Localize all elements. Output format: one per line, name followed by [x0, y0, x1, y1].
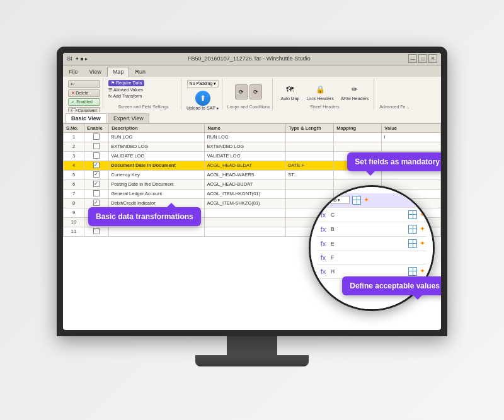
delete-button[interactable]: ✕ Delete	[68, 89, 100, 97]
circle-row-4: fx E ✦	[317, 237, 427, 251]
screen-field-group-label: Screen and Field Settings	[118, 105, 168, 109]
row-11-enable[interactable]	[84, 227, 108, 236]
write-icon: ✏	[348, 83, 361, 96]
row-4-type: DATE F	[286, 161, 334, 170]
star-icon-1[interactable]: ✦	[364, 196, 369, 204]
require-data-button[interactable]: ⚑ Require Data	[108, 80, 144, 86]
row-2-name: EXTENDED LOG	[205, 142, 286, 151]
row-8-enable[interactable]	[84, 198, 108, 208]
col-description: Description	[109, 123, 205, 132]
scene: St ✦ ■ ▸ FB50_20160107_112726.Tar - Wins…	[0, 0, 504, 420]
row-5-num: 5	[64, 170, 84, 179]
chevron-down-icon: ▾	[338, 198, 340, 203]
grid-icon-2[interactable]	[408, 210, 417, 219]
row-11-desc	[109, 227, 205, 236]
col-enable: Enable	[84, 123, 108, 132]
star-icon-6[interactable]: ✦	[420, 267, 425, 275]
row-3-type	[286, 151, 334, 161]
row-10-name	[205, 217, 286, 227]
tab-run[interactable]: Run	[129, 67, 151, 77]
minimize-button[interactable]: —	[408, 54, 417, 63]
col-mapping: Mapping	[334, 123, 382, 132]
row-1-type	[286, 132, 334, 142]
circle-row-2: fx C ✦	[317, 208, 427, 222]
add-transform-button[interactable]: fx Add Transform	[108, 94, 142, 98]
auto-map-button[interactable]: 🗺 Auto Map	[278, 81, 302, 103]
row-5-desc: Currency Key	[109, 170, 205, 179]
quick-access: ✦ ■ ▸	[75, 56, 88, 62]
monitor-screen-outer: St ✦ ■ ▸ FB50_20160107_112726.Tar - Wins…	[57, 47, 447, 336]
star-icon-4[interactable]: ✦	[420, 239, 425, 247]
ribbon-group-screen-field: ⚑ Require Data ☰ Allowed Values fx Add T…	[106, 79, 181, 110]
tab-view[interactable]: View	[84, 67, 107, 77]
row-2-enable[interactable]	[84, 142, 108, 151]
row-1-desc: RUN LOG	[109, 132, 205, 142]
circle-row-5: fx F	[317, 251, 427, 264]
row-7-name: ACGL_ITEM-HKONT(01)	[205, 189, 286, 198]
row-3-enable[interactable]	[84, 151, 108, 161]
row-2-value	[382, 142, 441, 151]
require-data-icon: ⚑	[111, 81, 115, 86]
tab-map[interactable]: Map	[107, 67, 130, 77]
fx-icon-6: fx	[318, 268, 328, 275]
monitor-screen: St ✦ ■ ▸ FB50_20160107_112726.Tar - Wins…	[63, 53, 441, 330]
row-9-num: 9	[64, 208, 84, 217]
row-7-num: 7	[64, 189, 84, 198]
row-1-num: 1	[64, 132, 84, 142]
tab-expert-view[interactable]: Expert View	[108, 113, 149, 123]
ribbon-group-loops: ⟳ ⟳ Loops and Conditions	[225, 79, 273, 110]
star-icon-3[interactable]: ✦	[420, 225, 425, 233]
grid-icon-6[interactable]	[408, 267, 417, 276]
maximize-button[interactable]: □	[418, 54, 427, 63]
col-type-length: Type & Length	[286, 123, 334, 132]
allowed-values-button[interactable]: ☰ Allowed Values	[108, 88, 143, 93]
monitor-stand-base	[195, 355, 309, 366]
no-padding-control[interactable]: No Padding ▾	[187, 80, 219, 88]
row-2-desc: EXTENDED LOG	[109, 142, 205, 151]
row-1-value: I	[382, 132, 441, 142]
fx-icon-2: fx	[318, 211, 328, 219]
sheet-headers-group-label: Sheet Headers	[310, 105, 340, 109]
grid-icon-4[interactable]	[408, 239, 417, 248]
tab-file[interactable]: File	[63, 67, 84, 77]
tab-basic-view[interactable]: Basic View	[66, 113, 106, 123]
close-button[interactable]: ✕	[428, 54, 437, 63]
grid-icon-3[interactable]	[408, 225, 417, 234]
undo-button[interactable]: ↩	[68, 80, 100, 88]
upload-button[interactable]: ⬆ Upload to SAP ▸	[186, 91, 219, 111]
row-8-name: ACGL_ITEM-SHKZG(01)	[205, 198, 286, 208]
row-4-name: ACGL_HEAD-BLDAT	[205, 161, 286, 170]
loop-icon-1: ⟳	[235, 84, 248, 99]
table-row: 1 RUN LOG RUN LOG I	[64, 132, 441, 142]
ribbon-group-editing: ↩ ✕ Delete ✓ Enabled 💬	[66, 79, 103, 110]
ribbon-group-advanced: Advanced Fe...	[377, 79, 411, 110]
row-3-num: 3	[64, 151, 84, 161]
row-5-enable[interactable]	[84, 170, 108, 179]
auto-map-icon: 🗺	[284, 83, 296, 96]
grid-icon-1[interactable]	[352, 196, 361, 205]
row-5-name: ACGL_HEAD-WAERS	[205, 170, 286, 179]
row-9-name	[205, 208, 286, 217]
monitor: St ✦ ■ ▸ FB50_20160107_112726.Tar - Wins…	[50, 47, 454, 374]
row-6-enable[interactable]	[84, 179, 108, 189]
row-3-desc: VALIDATE LOG	[109, 151, 205, 161]
lock-headers-button[interactable]: 🔒 Lock Headers	[304, 81, 336, 103]
row-11-name	[205, 227, 286, 236]
fx-icon-3: fx	[318, 225, 328, 233]
row-4-desc: Document Date in Document	[109, 161, 205, 170]
dropdown-b[interactable]: B ▾	[331, 196, 350, 204]
row-1-enable[interactable]	[84, 132, 108, 142]
row-2-mapping	[334, 142, 382, 151]
write-headers-button[interactable]: ✏ Write Headers	[338, 81, 372, 103]
enabled-button[interactable]: ✓ Enabled	[68, 98, 100, 106]
sheet-headers-buttons: 🗺 Auto Map 🔒 Lock Headers ✏ Write Header	[278, 80, 371, 104]
row-8-desc: Debit/Credit Indicator	[109, 198, 205, 208]
row-6-desc: Posting Date in the Document	[109, 179, 205, 189]
row-4-enable[interactable]	[84, 161, 108, 170]
ribbon-group-upload: No Padding ▾ ⬆ Upload to SAP ▸	[184, 79, 222, 110]
row-7-enable[interactable]	[84, 189, 108, 198]
row-7-type	[286, 189, 334, 198]
view-tabs-bar: Basic View Expert View	[63, 112, 441, 123]
table-row: 5 Currency Key ACGL_HEAD-WAERS ST...	[64, 170, 441, 179]
row-2-type	[286, 142, 334, 151]
